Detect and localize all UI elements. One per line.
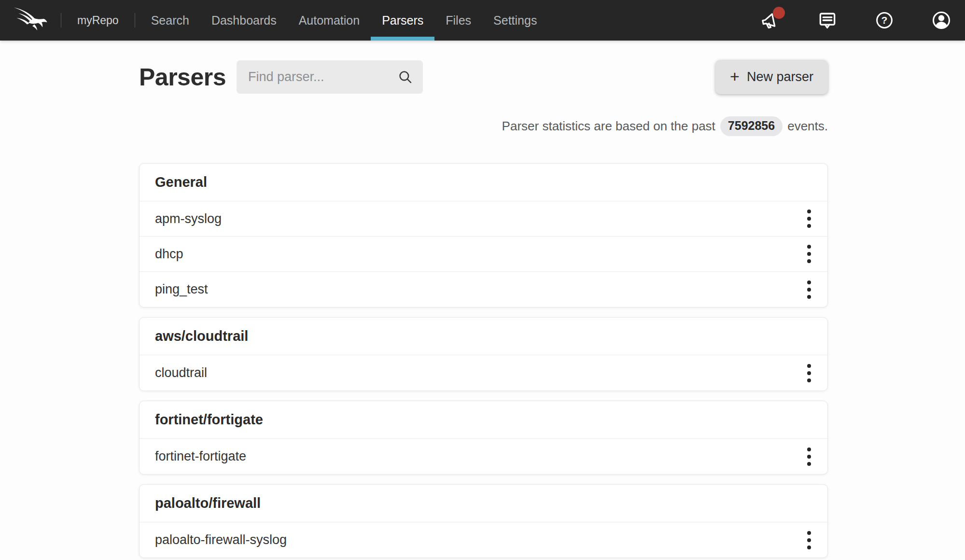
group-title: fortinet/fortigate (140, 401, 827, 439)
parser-row-dhcp[interactable]: dhcp (140, 237, 827, 272)
stats-text-after: events. (787, 119, 828, 134)
top-navbar: myRepo Search Dashboards Automation Pars… (0, 0, 965, 41)
parser-search-input[interactable] (247, 69, 398, 85)
stats-text-before: Parser statistics are based on the past (502, 119, 715, 134)
repo-name[interactable]: myRepo (77, 14, 119, 27)
group-title: General (140, 164, 827, 201)
nav-item-parsers[interactable]: Parsers (371, 0, 434, 41)
nav-item-files[interactable]: Files (434, 0, 482, 41)
notification-dot (773, 7, 785, 19)
search-icon[interactable] (398, 70, 413, 85)
parser-name: dhcp (155, 247, 183, 262)
kebab-icon (807, 245, 811, 249)
parser-name: cloudtrail (155, 365, 207, 380)
help-button[interactable]: ? (873, 9, 895, 31)
parser-group-fortinet-fortigate: fortinet/fortigate fortinet-fortigate (139, 401, 828, 475)
parser-group-paloalto-firewall: paloalto/firewall paloalto-firewall-sysl… (139, 484, 828, 558)
row-menu-button[interactable] (797, 359, 821, 387)
page-header: Parsers + New parser (139, 60, 828, 94)
parser-row-paloalto-firewall-syslog[interactable]: paloalto-firewall-syslog (140, 522, 827, 558)
chat-bubble-icon (817, 10, 838, 31)
main-content: Parsers + New parser Parser statistics a… (139, 60, 828, 558)
row-menu-button[interactable] (797, 205, 821, 233)
new-parser-button[interactable]: + New parser (715, 60, 828, 94)
row-menu-button[interactable] (797, 526, 821, 554)
nav-item-search[interactable]: Search (140, 0, 200, 41)
parser-name: apm-syslog (155, 211, 222, 226)
parser-name: fortinet-fortigate (155, 449, 246, 464)
parser-statistics: Parser statistics are based on the past … (139, 116, 828, 136)
parser-row-ping-test[interactable]: ping_test (140, 272, 827, 307)
row-menu-button[interactable] (797, 276, 821, 304)
row-menu-button[interactable] (797, 443, 821, 471)
new-parser-label: New parser (747, 70, 813, 84)
falcon-icon (12, 5, 50, 35)
crowdstrike-logo[interactable] (12, 4, 50, 36)
avatar-icon (931, 10, 952, 31)
nav-tabs: Search Dashboards Automation Parsers Fil… (140, 0, 548, 41)
nav-divider (135, 13, 135, 28)
nav-item-settings[interactable]: Settings (482, 0, 548, 41)
svg-text:?: ? (881, 14, 888, 26)
parser-name: ping_test (155, 282, 208, 297)
group-title: aws/cloudtrail (140, 318, 827, 355)
parser-search-box[interactable] (237, 60, 423, 94)
parser-group-aws-cloudtrail: aws/cloudtrail cloudtrail (139, 317, 828, 391)
kebab-icon (807, 280, 811, 284)
row-menu-button[interactable] (797, 240, 821, 268)
account-button[interactable] (930, 9, 952, 31)
nav-divider (61, 13, 61, 28)
group-title: paloalto/firewall (140, 485, 827, 522)
kebab-icon (807, 364, 811, 368)
events-count-badge: 7592856 (720, 116, 783, 136)
feedback-button[interactable] (816, 9, 839, 31)
kebab-icon (807, 531, 811, 535)
parser-group-general: General apm-syslog dhcp ping_test (139, 163, 828, 308)
announcements-button[interactable] (759, 9, 782, 31)
parser-row-apm-syslog[interactable]: apm-syslog (140, 201, 827, 237)
parser-row-cloudtrail[interactable]: cloudtrail (140, 355, 827, 391)
parser-row-fortinet-fortigate[interactable]: fortinet-fortigate (140, 439, 827, 474)
kebab-icon (807, 448, 811, 451)
nav-item-dashboards[interactable]: Dashboards (200, 0, 288, 41)
plus-icon: + (730, 68, 740, 84)
nav-item-automation[interactable]: Automation (288, 0, 371, 41)
question-circle-icon: ? (874, 10, 895, 30)
page-title: Parsers (139, 65, 226, 89)
parser-name: paloalto-firewall-syslog (155, 532, 287, 547)
nav-right-icons: ? (759, 9, 952, 31)
kebab-icon (807, 210, 811, 213)
